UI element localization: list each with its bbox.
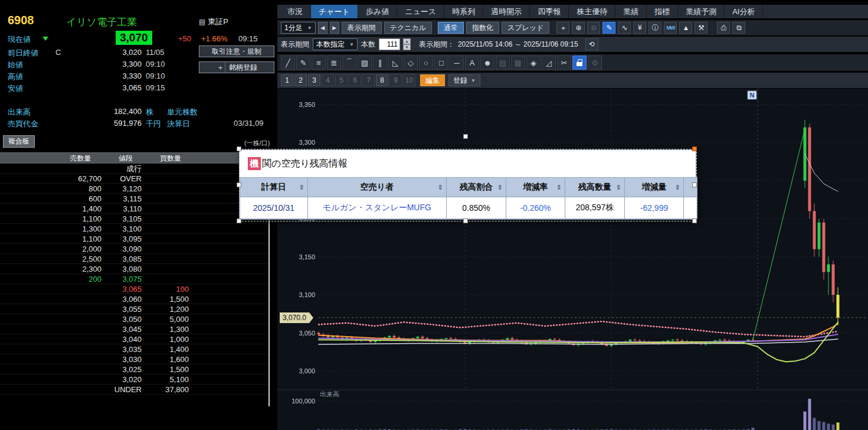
calc-date-header[interactable]: 計算日⇕ <box>240 178 308 197</box>
lock-icon[interactable] <box>572 56 587 70</box>
tab-8[interactable]: 株主優待 <box>569 5 615 18</box>
add-icon[interactable]: ＋ <box>556 22 569 34</box>
spin-up-icon[interactable]: ▲ <box>403 38 411 44</box>
mode-active[interactable]: 通常 <box>438 22 464 34</box>
stamp-icon[interactable]: ☻ <box>480 56 494 70</box>
count-stepper[interactable]: ▲ ▼ <box>403 38 411 50</box>
vertical-lines-icon[interactable]: ∥ <box>373 56 387 70</box>
tab-10[interactable]: 指標 <box>647 5 678 18</box>
order-book-row[interactable]: 2,0003,090 <box>0 244 268 254</box>
order-book-row[interactable]: 62,700OVER <box>0 174 268 184</box>
timeframe-select[interactable]: 1分足▼ <box>281 22 316 34</box>
spin-down-icon[interactable]: ▼ <box>403 44 411 50</box>
change-rate-header[interactable]: 増減率⇕ <box>506 178 565 197</box>
mountain-chart-icon[interactable]: ▲ <box>679 22 692 34</box>
trendline-icon[interactable]: ╱ <box>281 56 295 70</box>
tab-9[interactable]: 業績 <box>615 5 647 18</box>
sort-icon[interactable]: ⇕ <box>556 184 562 191</box>
order-book-row[interactable]: 3,0601,500 <box>0 294 268 304</box>
page-10-button[interactable]: 10 <box>403 74 415 86</box>
prev-button[interactable]: ◀ <box>318 22 327 34</box>
tab-4[interactable]: ニュース <box>397 5 444 18</box>
page-1-button[interactable]: 1 <box>281 74 293 86</box>
edit-button[interactable]: 編集 <box>420 74 445 86</box>
popout-icon[interactable]: ⧉ <box>732 22 745 34</box>
sort-icon[interactable]: ⇕ <box>497 184 503 191</box>
text-icon[interactable]: A <box>465 56 479 70</box>
order-book-row[interactable]: 3,0301,600 <box>0 354 268 364</box>
selection-handle-active[interactable] <box>692 146 697 151</box>
draw-pencil-icon[interactable]: ✎ <box>602 22 615 34</box>
next-button[interactable]: ▶ <box>330 22 339 34</box>
order-book-row[interactable]: 3,0505,000 <box>0 314 268 324</box>
order-book-row[interactable]: 3,0401,000 <box>0 334 268 344</box>
multi-window-icon[interactable]: MW <box>664 22 677 34</box>
freehand-icon[interactable]: ∿ <box>618 22 631 34</box>
tab-1[interactable]: 市況 <box>280 5 311 18</box>
info-icon[interactable]: ⓘ <box>648 22 661 34</box>
parallel-lines-icon[interactable]: ≡ <box>312 56 326 70</box>
page-7-button[interactable]: 7 <box>362 74 375 86</box>
tab-12[interactable]: AI分析 <box>725 5 763 18</box>
reset-icon[interactable]: ⟲ <box>585 38 598 50</box>
order-book-row[interactable]: 成行 <box>0 164 268 174</box>
page-2-button[interactable]: 2 <box>294 74 307 86</box>
ellipse-icon[interactable]: ○ <box>419 56 433 70</box>
page-4-button[interactable]: 4 <box>322 74 334 86</box>
order-book-row[interactable]: 3,0205,100 <box>0 374 268 385</box>
page-6-button[interactable]: 6 <box>349 74 361 86</box>
composite-board-button[interactable]: 複合板 <box>3 135 35 148</box>
price-chart[interactable]: 3,0003,0503,1003,1503,2003,2503,3003,350… <box>277 89 868 430</box>
trade-caution-button[interactable]: 取引注意・規制 <box>199 45 274 57</box>
order-book-row[interactable]: UNDER37,800 <box>0 385 268 395</box>
eraser-icon[interactable]: ◈ <box>526 56 541 70</box>
register-symbol-button[interactable]: ＋ 銘柄登録 <box>199 61 274 73</box>
selection-handle[interactable] <box>692 219 697 223</box>
angle-icon[interactable]: ◿ <box>542 56 556 70</box>
sort-icon[interactable]: ⇕ <box>299 184 304 191</box>
page-9-button[interactable]: 9 <box>389 74 402 86</box>
order-book-row[interactable]: 3,0251,500 <box>0 364 268 374</box>
bar-count-input[interactable] <box>379 38 400 50</box>
order-book-row[interactable]: 2,5003,085 <box>0 254 268 264</box>
order-book-row[interactable]: 2,3003,080 <box>0 264 268 274</box>
register-page-button[interactable]: 登録▼ <box>448 74 480 86</box>
tab-7[interactable]: 四季報 <box>530 5 569 18</box>
page-3-button[interactable]: 3 <box>308 74 320 86</box>
yen-icon[interactable]: ¥ <box>633 22 646 34</box>
chart-canvas[interactable]: 3,0003,0503,1003,1503,2003,2503,3003,350… <box>277 89 868 430</box>
selection-handle[interactable] <box>237 219 241 223</box>
tools-icon[interactable]: ⚒ <box>695 22 707 34</box>
page-8-button[interactable]: 8 <box>376 74 388 86</box>
settings-icon[interactable]: ⚙ <box>588 56 602 70</box>
order-book-row[interactable]: 1,1003,095 <box>0 234 268 244</box>
display-period-button[interactable]: 表示期間 <box>342 22 382 34</box>
sort-icon[interactable]: ⇕ <box>616 184 621 191</box>
selection-handle[interactable] <box>463 134 468 139</box>
polygon-icon[interactable]: ◇ <box>404 56 418 70</box>
change-qty-header[interactable]: 増減量⇕ <box>625 178 684 197</box>
hline-icon[interactable]: ─ <box>450 56 464 70</box>
order-book-row[interactable]: 1,1003,105 <box>0 214 268 224</box>
zoom-out-icon[interactable]: ⊖ <box>587 22 600 34</box>
balance-ratio-header[interactable]: 残高割合⇕ <box>447 178 506 197</box>
tab-5[interactable]: 時系列 <box>444 5 483 18</box>
mode-button[interactable]: 指数化 <box>466 22 499 34</box>
technical-button[interactable]: テクニカル <box>384 22 432 34</box>
selection-handle[interactable] <box>237 183 241 187</box>
order-book-row[interactable]: 1,4003,110 <box>0 204 268 214</box>
print-icon[interactable]: ⎙ <box>717 22 730 34</box>
scissors-icon[interactable]: ✂ <box>557 56 571 70</box>
sort-icon[interactable]: ⇕ <box>675 184 680 191</box>
tab-11[interactable]: 業績予測 <box>678 5 725 18</box>
balance-qty-header[interactable]: 残高数量⇕ <box>565 178 625 197</box>
order-book-row[interactable]: 3,0351,400 <box>0 344 268 354</box>
page-5-button[interactable]: 5 <box>335 74 348 86</box>
image2-icon[interactable]: ▦ <box>511 56 525 70</box>
mode-button[interactable]: スプレッド <box>502 22 549 34</box>
order-book-row[interactable]: 2003,075 <box>0 274 268 284</box>
sort-icon[interactable]: ⇕ <box>438 184 443 191</box>
order-book-row[interactable]: 6003,115 <box>0 194 268 204</box>
tab-2[interactable]: チャート <box>311 5 358 18</box>
tab-3[interactable]: 歩み値 <box>358 5 397 18</box>
